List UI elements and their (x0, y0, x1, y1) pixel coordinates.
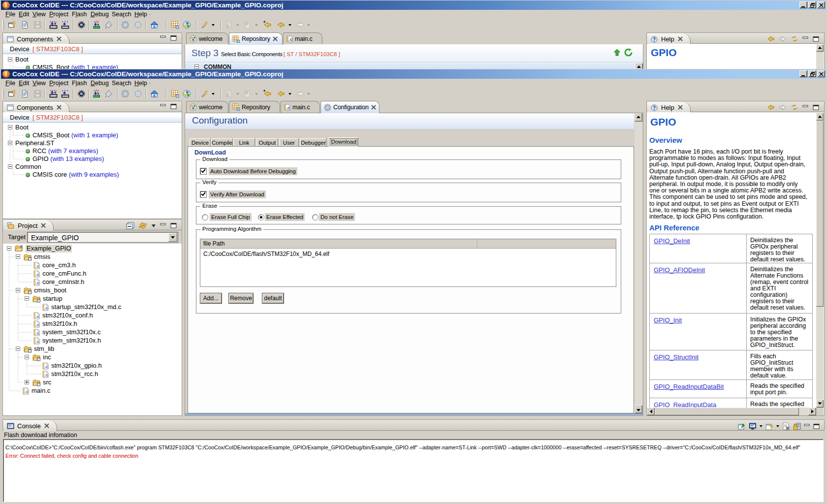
svg-text:.c: .c (36, 331, 39, 336)
svg-text:.c: .c (45, 364, 48, 369)
svg-text:.c: .c (25, 389, 29, 394)
svg-text:.c: .c (36, 314, 39, 319)
svg-text:.c: .c (36, 281, 39, 285)
svg-text:c: c (20, 244, 23, 249)
svg-text:.c: .c (286, 105, 290, 110)
svg-text:.c: .c (289, 37, 292, 42)
svg-text:.c: .c (36, 264, 39, 269)
svg-text:.c: .c (36, 322, 39, 327)
svg-text:.c: .c (36, 339, 39, 344)
svg-text:.c: .c (45, 306, 48, 311)
svg-text:.c: .c (45, 373, 48, 378)
svg-text:?: ? (653, 105, 656, 111)
svg-text:?: ? (653, 37, 656, 42)
svg-text:.c: .c (36, 272, 39, 277)
